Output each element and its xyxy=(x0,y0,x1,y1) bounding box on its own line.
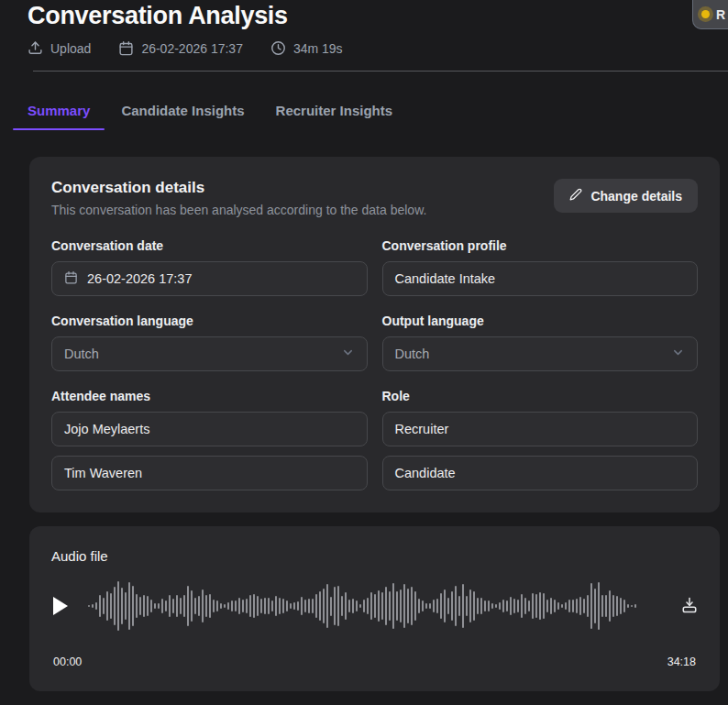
clock-icon xyxy=(270,40,286,56)
audio-player xyxy=(51,578,698,634)
conversation-profile-value: Candidate Intake xyxy=(395,271,496,286)
details-card-title: Conversation details xyxy=(51,179,426,197)
pencil-icon xyxy=(569,188,582,204)
conversation-language-select[interactable]: Dutch xyxy=(51,336,368,371)
attendee-name-input-2[interactable]: Tim Waveren xyxy=(51,456,368,490)
chevron-down-icon xyxy=(671,346,685,362)
play-button[interactable] xyxy=(51,596,69,616)
upload-action[interactable]: Upload xyxy=(28,40,91,56)
header-divider xyxy=(33,71,728,72)
tab-recruiter-insights[interactable]: Recruiter Insights xyxy=(276,103,393,130)
role-value-1: Recruiter xyxy=(395,422,449,436)
attendee-name-value-1: Jojo Meylaerts xyxy=(64,422,149,436)
total-time: 34:18 xyxy=(667,655,696,668)
role-input-1[interactable]: Recruiter xyxy=(382,412,699,446)
datetime-text: 26-02-2026 17:37 xyxy=(141,41,243,56)
change-details-label: Change details xyxy=(590,189,682,204)
waveform[interactable] xyxy=(88,578,662,634)
status-label-partial: R xyxy=(716,7,725,22)
change-details-button[interactable]: Change details xyxy=(554,179,698,213)
upload-label: Upload xyxy=(50,41,91,56)
calendar-icon xyxy=(118,40,134,56)
calendar-icon xyxy=(64,270,78,287)
output-language-label: Output language xyxy=(382,314,699,328)
page-title: Conversation Analysis xyxy=(28,2,728,30)
page-header: Conversation Analysis Upload 26-02-2026 … xyxy=(0,0,728,72)
conversation-language-label: Conversation language xyxy=(51,314,368,328)
status-dot-icon xyxy=(701,10,710,18)
duration-text: 34m 19s xyxy=(293,41,343,56)
status-button-partial[interactable]: R xyxy=(692,0,728,29)
conversation-date-input[interactable]: 26-02-2026 17:37 xyxy=(51,261,368,296)
role-label: Role xyxy=(382,389,699,403)
audio-time-row: 00:00 34:18 xyxy=(51,655,698,668)
download-button[interactable] xyxy=(681,597,698,616)
download-icon xyxy=(681,597,698,616)
tab-candidate-insights[interactable]: Candidate Insights xyxy=(121,103,244,130)
audio-card-title: Audio file xyxy=(51,548,698,564)
conversation-date-label: Conversation date xyxy=(51,238,368,253)
conversation-language-value: Dutch xyxy=(64,347,99,361)
role-value-2: Candidate xyxy=(395,466,456,480)
upload-icon xyxy=(28,40,43,56)
conversation-profile-input[interactable]: Candidate Intake xyxy=(382,261,699,296)
details-card-subtitle: This conversation has been analysed acco… xyxy=(51,203,426,217)
attendee-name-value-2: Tim Waveren xyxy=(64,466,142,480)
attendee-names-label: Attendee names xyxy=(51,389,368,403)
conversation-duration: 34m 19s xyxy=(270,40,343,56)
role-input-2[interactable]: Candidate xyxy=(382,456,699,490)
conversation-date-value: 26-02-2026 17:37 xyxy=(87,271,193,286)
output-language-value: Dutch xyxy=(395,347,430,361)
conversation-datetime: 26-02-2026 17:37 xyxy=(118,40,243,56)
attendee-name-input-1[interactable]: Jojo Meylaerts xyxy=(51,412,368,446)
tab-summary[interactable]: Summary xyxy=(28,103,90,130)
conversation-profile-label: Conversation profile xyxy=(382,238,699,253)
audio-file-card: Audio file 00:00 34:18 xyxy=(29,526,720,691)
output-language-select[interactable]: Dutch xyxy=(382,336,699,371)
header-meta-row: Upload 26-02-2026 17:37 34m 19s xyxy=(28,40,728,56)
conversation-details-card: Conversation details This conversation h… xyxy=(29,157,720,512)
current-time: 00:00 xyxy=(53,655,82,668)
chevron-down-icon xyxy=(341,346,355,362)
tab-bar: Summary Candidate Insights Recruiter Ins… xyxy=(0,103,728,130)
